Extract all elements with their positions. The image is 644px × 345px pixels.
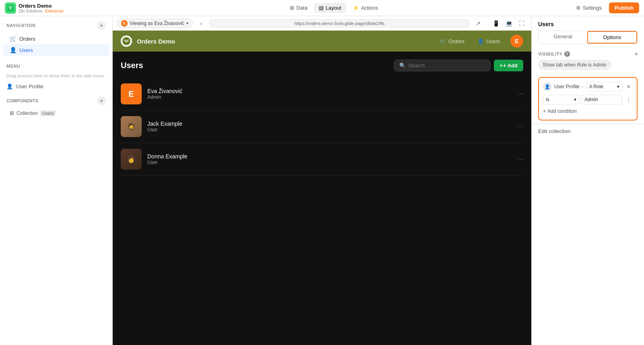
condition-value-select[interactable]: Admin [582,95,622,104]
right-panel-tabs: General Options [538,31,638,44]
fullscreen-button[interactable]: ⛶ [516,18,527,29]
search-input[interactable] [408,62,485,69]
user-role: Admin [147,94,182,100]
preview-icons: 📱 💻 ⛶ [490,18,527,29]
page-title: Users [121,61,143,70]
add-component-button[interactable]: + [97,96,106,105]
left-sidebar: NAVIGATION + 🛒 Orders 👤 Users MENU Drag … [0,16,113,345]
app-company: Ziki Solutions Enterprise [19,9,64,13]
user-info: Jack Example User [147,121,182,133]
condition-box: 👤 User Profile › A Role ▾ ✕ is ▾ Admin [538,77,638,121]
app-identity: Orders Demo Ziki Solutions Enterprise [5,2,118,14]
app-preview-title: Orders Demo [137,38,429,45]
app-icon [5,2,16,14]
right-panel-header: Users General Options [532,16,644,47]
add-button[interactable]: + + Add [494,60,523,71]
gear-icon: ⚙ [576,5,581,11]
condition-close-button[interactable]: ✕ [625,83,633,91]
topbar-center: ⊞ Data ▤ Layout ⚡ Actions [121,3,547,13]
tab-options[interactable]: Options [587,31,638,44]
app-logo-area[interactable]: Orders Demo Ziki Solutions Enterprise [5,2,64,14]
drag-hint: Drag screens here to show them in the si… [0,72,112,81]
app-logo [121,35,132,47]
avatar: E [121,83,142,104]
search-bar: 🔍 [394,60,491,71]
app-nav-orders[interactable]: 🛒 Orders [434,36,470,47]
user-role: User [147,127,182,133]
user-name: Donna Example [147,153,188,160]
tab-general[interactable]: General [539,31,587,44]
preview-area: E Viewing as Eva Živanović ▾ ‹ https://o… [113,16,531,345]
user-list: E Eva Živanović Admin ··· 🧔 [121,78,523,176]
menu-header: MENU [6,64,106,69]
sidebar-user-profile[interactable]: 👤 User Profile [0,81,112,91]
more-icon[interactable]: ··· [518,90,523,98]
user-row: E Eva Živanović Admin ··· [121,78,523,110]
user-row: 👩 Donna Example User ··· [121,143,523,176]
add-condition-button[interactable]: + Add condition [543,107,633,116]
user-name: Eva Živanović [147,88,182,94]
plus-condition-icon: + [543,108,546,114]
viewing-as-pill[interactable]: E Viewing as Eva Živanović ▾ [117,19,193,28]
more-icon[interactable]: ··· [518,156,523,163]
collection-type-badge: Users [40,110,56,116]
sidebar-item-users[interactable]: 👤 Users [3,44,109,56]
edit-collection-button[interactable]: Edit collection [538,128,570,134]
condition-row1: 👤 User Profile › A Role ▾ ✕ [543,82,633,91]
open-external-icon[interactable]: ↗ [473,18,484,29]
sidebar-item-orders-label: Orders [19,36,35,42]
navigation-section: NAVIGATION + [0,16,112,33]
tab-layout[interactable]: ▤ Layout [314,3,346,13]
condition-field-select[interactable]: A Role ▾ [586,82,622,91]
navigation-header: NAVIGATION + [6,21,106,30]
sidebar-item-orders[interactable]: 🛒 Orders [3,33,109,44]
tab-actions[interactable]: ⚡ Actions [348,3,383,13]
avatar: 👩 [121,149,142,170]
tablet-view-button[interactable]: 💻 [503,18,514,29]
user-role: User [147,160,188,165]
app-nav-users[interactable]: 👤 Users [472,36,506,47]
app-preview: Orders Demo 🛒 Orders 👤 Users E Users [113,31,531,345]
condition-path: User Profile › [554,84,584,89]
sidebar-item-users-label: Users [19,47,33,53]
topbar: Orders Demo Ziki Solutions Enterprise ⊞ … [0,0,644,16]
topbar-right: ⚙ Settings Publish [551,2,639,13]
plus-icon: + [500,62,503,69]
more-icon[interactable]: ··· [518,123,523,130]
user-info: Eva Živanović Admin [147,88,182,100]
svg-point-1 [122,37,130,45]
menu-section: MENU [0,59,112,72]
settings-button[interactable]: ⚙ Settings [572,3,606,13]
component-collection: ⊞ Collection Users [6,108,106,118]
avatar: 🧔 [121,116,142,137]
edit-collection-section: Edit collection [532,124,644,138]
navigation-title: NAVIGATION [6,23,35,28]
app-nav: 🛒 Orders 👤 Users [434,36,506,47]
back-button[interactable]: ‹ [196,18,206,29]
condition-row2: is ▾ Admin ⋮ [543,95,633,104]
publish-button[interactable]: Publish [609,2,639,13]
chevron-down-icon: ▾ [186,21,188,25]
app-user-avatar[interactable]: E [510,35,523,48]
add-navigation-button[interactable]: + [97,21,106,30]
users-icon: 👤 [10,47,16,53]
search-icon: 🔍 [399,62,406,69]
path-arrow-icon: › [582,84,583,89]
preview-bar: E Viewing as Eva Živanović ▾ ‹ https://o… [113,16,531,31]
visibility-chevron-icon: ▾ [635,52,638,57]
info-icon: ? [564,51,570,57]
visibility-section: VISIBILITY ? ▾ Show tab when Role is Adm… [532,47,644,74]
app-content-header: Users 🔍 + + Add [121,60,523,71]
condition-value-more-button[interactable]: ⋮ [625,96,633,104]
visibility-chip[interactable]: Show tab when Role is Admin [538,60,611,70]
field-chevron-icon: ▾ [617,84,619,89]
visibility-title: VISIBILITY ? ▾ [538,51,638,57]
condition-operator-select[interactable]: is ▾ [543,95,579,104]
user-name: Jack Example [147,121,182,127]
right-panel: Users General Options VISIBILITY ? ▾ Sho… [531,16,644,345]
actions-icon: ⚡ [353,5,359,11]
op-chevron-icon: ▾ [574,97,576,102]
tab-data[interactable]: ⊞ Data [285,3,312,13]
components-section: COMPONENTS + ⊞ Collection Users [0,91,112,119]
mobile-view-button[interactable]: 📱 [490,18,502,29]
